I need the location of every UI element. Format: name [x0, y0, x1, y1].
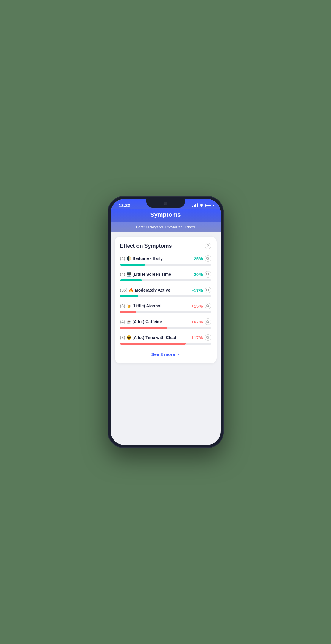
effect-label: (35) 🔥 Moderately Active — [120, 288, 170, 292]
svg-line-5 — [209, 291, 209, 292]
effect-percentage: +117% — [189, 335, 203, 340]
list-item: (4) 🌓 Bedtime - Early -25% — [120, 255, 211, 266]
search-icon[interactable] — [205, 287, 211, 293]
effect-right: -20% — [192, 271, 211, 278]
battery-icon — [205, 204, 212, 207]
see-more-label: See 3 more — [151, 352, 175, 357]
effect-count: (4) — [120, 256, 125, 261]
search-icon[interactable] — [205, 255, 211, 262]
status-time: 12:22 — [119, 203, 130, 208]
main-content: Effect on Symptoms ? (4) 🌓 Bedtime - Ear… — [111, 232, 221, 368]
bar-fill — [120, 264, 146, 266]
effect-item-row: (4) 🌓 Bedtime - Early -25% — [120, 255, 211, 262]
effect-label: (4) ☕ (A lot) Caffeine — [120, 319, 162, 324]
bar-track — [120, 279, 211, 281]
bar-track — [120, 343, 211, 345]
effect-card: Effect on Symptoms ? (4) 🌓 Bedtime - Ear… — [115, 237, 217, 363]
svg-line-7 — [209, 306, 209, 307]
phone-frame: 12:22 — [108, 196, 224, 448]
wifi-icon — [199, 203, 204, 208]
svg-line-9 — [209, 322, 209, 323]
help-icon[interactable]: ? — [205, 243, 211, 249]
search-icon[interactable] — [205, 334, 211, 341]
svg-point-10 — [206, 336, 209, 338]
chevron-down-icon: ▼ — [177, 353, 180, 356]
bar-track — [120, 327, 211, 329]
card-header: Effect on Symptoms ? — [120, 243, 211, 249]
effect-item-row: (3) 😎 (A lot) Time with Chad +117% — [120, 334, 211, 341]
svg-line-3 — [209, 275, 209, 276]
bar-fill — [120, 279, 142, 281]
bar-track — [120, 295, 211, 297]
status-icons — [192, 203, 212, 208]
date-range-label: Last 90 days vs. Previous 90 days — [136, 225, 195, 229]
svg-point-6 — [206, 305, 209, 307]
svg-point-4 — [206, 289, 209, 291]
search-icon[interactable] — [205, 271, 211, 278]
page-header: Symptoms Last 90 days vs. Previous 90 da… — [111, 209, 221, 232]
effect-right: -25% — [192, 255, 211, 262]
effect-count: (3) — [120, 335, 125, 340]
list-item: (35) 🔥 Moderately Active -17% — [120, 287, 211, 297]
effect-count: (35) — [120, 288, 128, 292]
effect-percentage: +15% — [191, 304, 203, 309]
see-more-section: See 3 more ▼ — [120, 350, 211, 357]
search-icon[interactable] — [205, 318, 211, 325]
see-more-button[interactable]: See 3 more ▼ — [151, 352, 180, 357]
bar-fill — [120, 311, 136, 313]
effect-item-row: (4) ☕ (A lot) Caffeine +67% — [120, 318, 211, 325]
svg-point-8 — [206, 321, 209, 323]
bar-track — [120, 264, 211, 266]
list-item: (4) 🖥️ (Little) Screen Time -20% — [120, 271, 211, 281]
effect-label: (4) 🖥️ (Little) Screen Time — [120, 272, 171, 277]
list-item: (3) 🍺 (Little) Alcohol +15% — [120, 303, 211, 313]
list-item: (3) 😎 (A lot) Time with Chad +117% — [120, 334, 211, 345]
list-item: (4) ☕ (A lot) Caffeine +67% — [120, 318, 211, 329]
effect-count: (3) — [120, 304, 125, 308]
bar-fill — [120, 295, 138, 297]
page-title: Symptoms — [116, 211, 215, 222]
phone-screen: 12:22 — [111, 199, 221, 445]
effect-label: (3) 😎 (A lot) Time with Chad — [120, 335, 176, 340]
effect-right: +15% — [191, 303, 211, 309]
effect-label: (3) 🍺 (Little) Alcohol — [120, 304, 161, 308]
effect-percentage: +67% — [191, 319, 203, 324]
effect-item-row: (4) 🖥️ (Little) Screen Time -20% — [120, 271, 211, 278]
effect-count: (4) — [120, 319, 125, 324]
subtitle-bar: Last 90 days vs. Previous 90 days — [111, 222, 221, 232]
bar-fill — [120, 343, 186, 345]
svg-point-2 — [206, 273, 209, 275]
bar-fill — [120, 327, 167, 329]
effect-label: (4) 🌓 Bedtime - Early — [120, 256, 163, 261]
bar-track — [120, 311, 211, 313]
svg-line-1 — [209, 259, 209, 260]
effect-percentage: -25% — [192, 256, 203, 261]
card-title: Effect on Symptoms — [120, 243, 172, 249]
effect-count: (4) — [120, 272, 125, 277]
signal-icon — [192, 203, 198, 207]
effect-right: -17% — [192, 287, 211, 293]
effects-list: (4) 🌓 Bedtime - Early -25% — [120, 255, 211, 345]
effect-percentage: -17% — [192, 288, 203, 293]
effect-right: +67% — [191, 318, 211, 325]
svg-point-0 — [206, 257, 209, 259]
effect-item-row: (35) 🔥 Moderately Active -17% — [120, 287, 211, 293]
effect-percentage: -20% — [192, 272, 203, 277]
search-icon[interactable] — [205, 303, 211, 309]
camera — [164, 202, 167, 205]
effect-right: +117% — [189, 334, 211, 341]
effect-item-row: (3) 🍺 (Little) Alcohol +15% — [120, 303, 211, 309]
svg-line-11 — [209, 338, 209, 339]
phone-notch — [146, 199, 185, 208]
